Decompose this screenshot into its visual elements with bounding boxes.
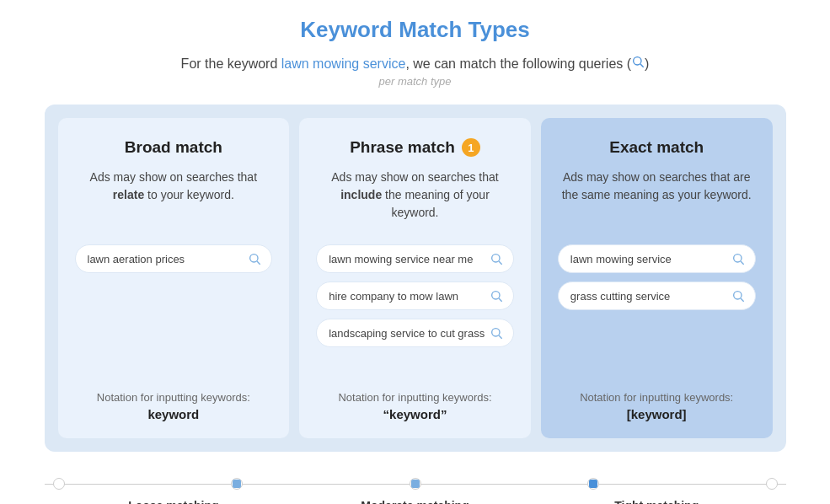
exact-search-text-1: grass cutting service <box>570 290 671 303</box>
svg-line-3 <box>257 261 260 265</box>
subtitle-end: ) <box>645 56 649 71</box>
timeline-dot-2 <box>410 478 421 490</box>
phrase-search-item-1: hire company to mow lawn <box>316 281 514 310</box>
broad-search-text-0: lawn aeration prices <box>88 253 185 265</box>
exact-search-item-0: lawn mowing service <box>558 244 756 273</box>
exact-match-card: Exact match Ads may show on searches tha… <box>541 118 773 438</box>
timeline-track <box>45 475 786 492</box>
broad-match-desc: Ads may show on searches that relate to … <box>75 169 273 228</box>
svg-point-6 <box>492 292 500 299</box>
broad-search-item-0: lawn aeration prices <box>75 244 273 273</box>
subtitle: For the keyword lawn mowing service, we … <box>181 55 650 72</box>
exact-match-title: Exact match <box>609 138 704 157</box>
exact-match-desc: Ads may show on searches that are the sa… <box>558 169 756 228</box>
broad-notation-value: keyword <box>97 407 250 421</box>
timeline-labels: Loose matching Moderate matching Tight m… <box>45 492 786 504</box>
timeline-dot-4 <box>766 478 778 490</box>
phrase-search-item-2: landscaping service to cut grass <box>316 319 514 347</box>
svg-point-4 <box>492 255 500 262</box>
timeline-dots <box>45 478 786 490</box>
svg-point-2 <box>250 255 258 262</box>
search-icon-phrase-1 <box>490 289 503 303</box>
phrase-search-text-2: landscaping service to cut grass <box>329 327 485 340</box>
timeline-container: Loose matching Moderate matching Tight m… <box>45 475 786 504</box>
broad-search-list: lawn aeration prices <box>75 244 273 273</box>
exact-notation: Notation for inputting keywords: [keywor… <box>580 391 733 421</box>
svg-line-13 <box>741 298 744 302</box>
svg-point-8 <box>492 329 500 336</box>
phrase-match-card: Phrase match 1 Ads may show on searches … <box>299 118 531 438</box>
phrase-search-item-0: lawn mowing service near me <box>316 244 514 273</box>
broad-notation-label: Notation for inputting keywords: <box>97 391 250 404</box>
broad-match-title: Broad match <box>125 138 222 157</box>
phrase-match-title: Phrase match 1 <box>350 138 480 157</box>
phrase-search-text-0: lawn mowing service near me <box>329 253 473 265</box>
search-icon-exact-1 <box>731 289 745 303</box>
exact-search-list: lawn mowing service grass cutting servic… <box>558 244 756 310</box>
phrase-notation-label: Notation for inputting keywords: <box>338 391 491 404</box>
subtitle-prefix: For the keyword <box>181 56 281 71</box>
search-icon-phrase-2 <box>490 326 503 340</box>
exact-search-text-0: lawn mowing service <box>570 253 672 265</box>
search-icon-0 <box>248 252 261 265</box>
search-icon-inline <box>631 55 645 68</box>
phrase-search-text-1: hire company to mow lawn <box>329 290 458 303</box>
search-icon-phrase-0 <box>490 252 503 265</box>
svg-point-12 <box>733 292 741 299</box>
exact-search-item-1: grass cutting service <box>558 281 756 310</box>
timeline-dot-1 <box>231 478 243 490</box>
exact-notation-value: [keyword] <box>580 407 733 421</box>
svg-line-5 <box>499 261 502 265</box>
exact-notation-label: Notation for inputting keywords: <box>580 391 733 404</box>
svg-line-9 <box>499 335 502 339</box>
timeline-dot-3 <box>587 478 599 490</box>
svg-point-0 <box>634 57 641 65</box>
broad-match-card: Broad match Ads may show on searches tha… <box>58 118 290 438</box>
timeline-dot-0 <box>53 478 65 490</box>
keyword-link[interactable]: lawn mowing service <box>281 56 406 71</box>
svg-line-7 <box>499 298 502 302</box>
timeline-dot-inner-1 <box>233 480 241 488</box>
phrase-search-list: lawn mowing service near me hire company… <box>316 244 514 347</box>
subtitle-suffix: , we can match the following queries ( <box>405 56 631 71</box>
phrase-notation-value: “keyword” <box>338 407 491 421</box>
timeline-label-1: Moderate matching <box>294 499 536 504</box>
svg-line-1 <box>640 64 644 67</box>
timeline-label-2: Tight matching <box>536 499 778 504</box>
phrase-match-desc: Ads may show on searches that include th… <box>316 169 514 228</box>
phrase-match-badge: 1 <box>462 138 480 157</box>
cards-container: Broad match Ads may show on searches tha… <box>45 105 786 452</box>
timeline-dot-inner-3 <box>589 480 597 488</box>
per-match-label: per match type <box>379 75 452 88</box>
phrase-notation: Notation for inputting keywords: “keywor… <box>338 391 491 421</box>
page-title: Keyword Match Types <box>300 17 530 43</box>
svg-line-11 <box>741 261 744 265</box>
broad-notation: Notation for inputting keywords: keyword <box>97 391 250 421</box>
timeline-dot-inner-2 <box>411 480 420 488</box>
svg-point-10 <box>733 255 741 262</box>
timeline-label-0: Loose matching <box>53 499 295 504</box>
search-icon-exact-0 <box>731 252 745 265</box>
